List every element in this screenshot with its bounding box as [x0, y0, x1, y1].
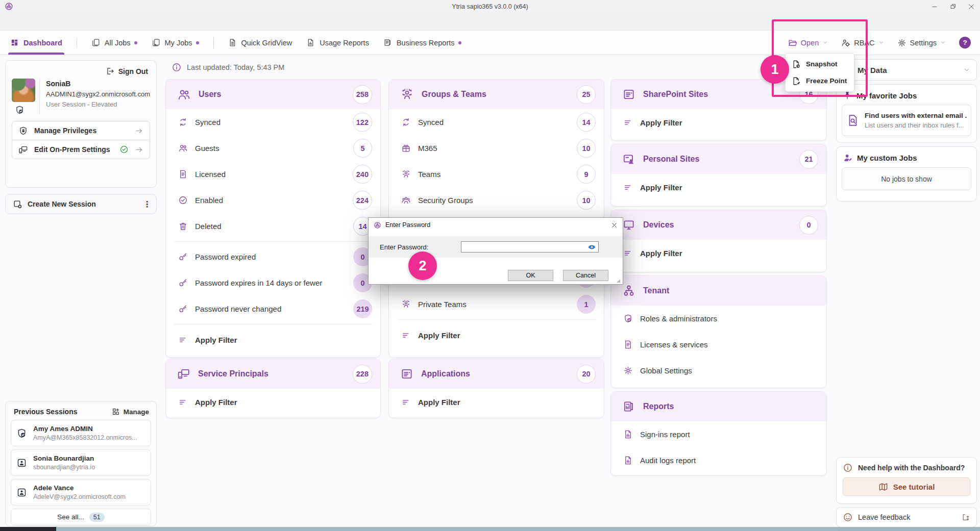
see-all-button[interactable]: See all... 51: [11, 509, 151, 525]
card-title: Service Principals: [198, 369, 268, 378]
tenant-row-global-settings[interactable]: Global Settings: [611, 358, 826, 384]
users-row-password-expires-soon[interactable]: Password expires in 14 days or fewer 0: [166, 270, 380, 296]
manage-sessions-button[interactable]: Manage: [112, 408, 149, 416]
devices-apply-filter-button[interactable]: Apply Filter: [611, 240, 826, 266]
spn-apply-filter-button[interactable]: Apply Filter: [166, 389, 380, 415]
tab-dashboard[interactable]: Dashboard: [10, 31, 62, 55]
groups-row-teams[interactable]: Teams 9: [389, 161, 604, 187]
cancel-button[interactable]: Cancel: [563, 270, 608, 281]
devices-header[interactable]: Devices 0: [611, 210, 826, 240]
tab-my-jobs[interactable]: My Jobs: [152, 31, 199, 55]
tenant-row-licenses[interactable]: Licenses & services: [611, 332, 826, 358]
key-icon: [178, 252, 188, 262]
resize-grip[interactable]: ◢: [617, 278, 622, 283]
groups-row-m365[interactable]: M365 10: [389, 135, 604, 161]
feedback-card[interactable]: Leave feedback: [836, 507, 977, 527]
show-password-eye-icon[interactable]: [587, 243, 598, 251]
help-button[interactable]: ?: [959, 37, 971, 48]
groups-row-private-teams[interactable]: Private Teams 1: [389, 291, 604, 317]
nav-separator: [77, 37, 77, 48]
row-count-badge: 14: [577, 113, 596, 132]
users-row-enabled[interactable]: Enabled 224: [166, 187, 380, 213]
expand-icon[interactable]: [962, 513, 970, 522]
elevated-shield-icon: [15, 105, 24, 115]
info-icon: [172, 62, 182, 72]
close-button[interactable]: [968, 3, 975, 10]
row-count-badge: 219: [353, 299, 372, 318]
groups-row-security-groups[interactable]: Security Groups 10: [389, 187, 604, 213]
users-apply-filter-button[interactable]: Apply Filter: [166, 326, 380, 353]
doc-search-icon: [846, 114, 860, 127]
shield-check-icon: [623, 314, 633, 323]
gear-icon: [623, 366, 633, 375]
row-count-badge: 224: [353, 191, 372, 210]
tab-all-jobs[interactable]: All Jobs: [91, 31, 137, 55]
sign-out-button[interactable]: Sign Out: [12, 65, 150, 79]
groups-apply-filter-button[interactable]: Apply Filter: [389, 322, 604, 348]
row-label: Enabled: [195, 196, 223, 205]
apps-count-badge: 20: [577, 365, 596, 384]
groups-teams-icon: [400, 88, 414, 102]
filter-icon: [623, 183, 633, 192]
trash-icon: [178, 221, 188, 231]
help-card: Need help with the Dashboard? See tutori…: [836, 457, 977, 504]
tab-quick-gridview[interactable]: Quick GridView: [228, 31, 292, 55]
last-updated: Last updated: Today, 5:43 PM: [172, 62, 284, 72]
ps-apply-filter-button[interactable]: Apply Filter: [611, 174, 826, 200]
chevron-down-icon: [963, 66, 970, 73]
password-input[interactable]: [461, 242, 587, 251]
session-list-item[interactable]: Amy Ames ADMIN AmyA@M365x85832012.onmicr…: [11, 420, 151, 446]
edit-onprem-button[interactable]: Edit On-Prem Settings: [12, 140, 150, 159]
tenant-org-icon: [622, 284, 635, 297]
users-row-synced[interactable]: Synced 122: [166, 109, 380, 135]
session-list-item[interactable]: Adele Vance AdeleV@sygx2.onmicrosoft.com: [11, 479, 151, 505]
users-row-password-never-changed[interactable]: Password never changed 219: [166, 296, 380, 322]
groups-row-synced[interactable]: Synced 14: [389, 109, 604, 135]
sharepoint-icon: [622, 88, 635, 101]
previous-sessions-card: Previous Sessions Manage Amy Ames ADMIN …: [5, 401, 157, 526]
see-tutorial-button[interactable]: See tutorial: [843, 477, 970, 496]
tenant-row-roles[interactable]: Roles & administrators: [611, 306, 826, 332]
favorite-job-item[interactable]: Find users with external email ... List …: [842, 105, 971, 136]
settings-button[interactable]: Settings: [897, 38, 946, 47]
apps-apply-filter-button[interactable]: Apply Filter: [389, 389, 604, 415]
users-row-licensed[interactable]: Licensed 240: [166, 161, 380, 187]
users-row-guests[interactable]: Guests 5: [166, 135, 380, 161]
spn-count-badge: 228: [353, 365, 372, 384]
reports-header[interactable]: Reports: [611, 392, 826, 421]
reports-row-signins[interactable]: Sign-ins report: [611, 421, 826, 447]
ok-button[interactable]: OK: [508, 270, 553, 281]
person-square-icon: [16, 487, 27, 498]
kebab-menu-icon[interactable]: ⋮: [143, 199, 151, 209]
applications-header[interactable]: Applications 20: [389, 359, 604, 389]
m365-box-icon: [401, 143, 411, 153]
restore-button[interactable]: [949, 3, 957, 10]
users-count-badge: 258: [353, 85, 372, 104]
dialog-close-icon[interactable]: [609, 220, 619, 230]
users-row-password-expired[interactable]: Password expired 0: [166, 244, 380, 270]
apply-filter-label: Apply Filter: [640, 183, 682, 192]
grid-manage-icon: [112, 408, 120, 416]
row-label: Global Settings: [640, 366, 692, 375]
users-card-header[interactable]: Users 258: [166, 80, 380, 109]
tab-business-reports[interactable]: Business Reports: [383, 31, 461, 55]
groups-card-header[interactable]: Groups & Teams 25: [389, 80, 604, 109]
session-list-item[interactable]: Sonia Bounardjian sbounardjian@ytria.io: [11, 449, 151, 476]
manage-privileges-button[interactable]: Manage Privileges: [12, 121, 150, 140]
users-row-deleted[interactable]: Deleted 14: [166, 213, 380, 239]
dialog-title-bar: Enter Password: [369, 218, 623, 232]
key-icon: [178, 278, 188, 288]
row-label: Guests: [195, 144, 219, 153]
sp-apply-filter-button[interactable]: Apply Filter: [611, 109, 826, 136]
tenant-header[interactable]: Tenant: [611, 276, 826, 306]
devices-count-badge: 0: [799, 216, 818, 235]
minimize-button[interactable]: [931, 3, 938, 10]
question-circle-icon: [843, 463, 853, 473]
reports-row-audit-logs[interactable]: Audit logs report: [611, 447, 826, 473]
create-new-session-button[interactable]: Create New Session ⋮: [5, 194, 157, 214]
personal-sites-header[interactable]: Personal Sites 21: [611, 144, 826, 174]
service-principals-header[interactable]: Service Principals 228: [166, 359, 380, 389]
enter-password-dialog: Enter Password Enter Password: OK Cancel…: [368, 217, 623, 285]
user-name: SoniaB: [46, 80, 150, 88]
tab-usage-reports[interactable]: Usage Reports: [306, 31, 369, 55]
